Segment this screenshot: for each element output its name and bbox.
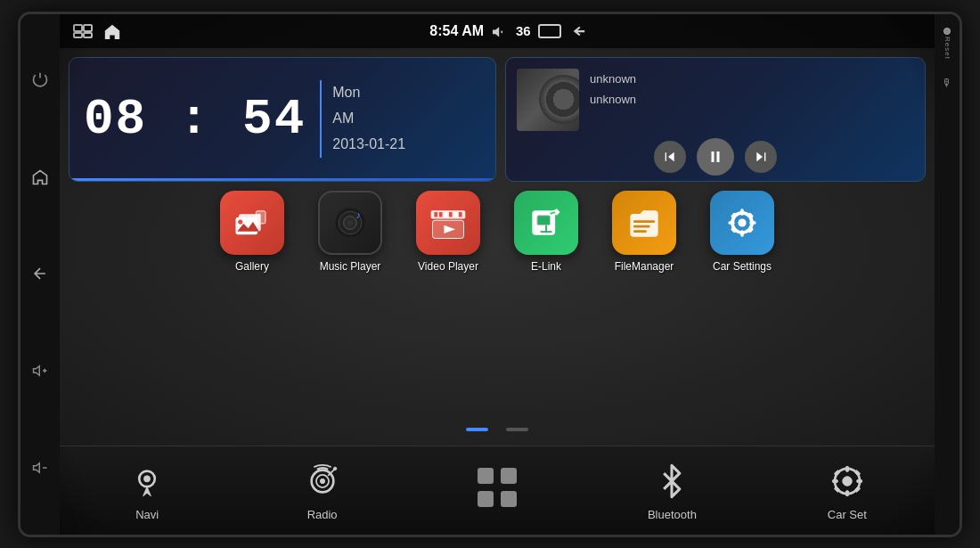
apps-row-1: Gallery ♪ Musi	[212, 191, 782, 273]
svg-rect-38	[537, 215, 551, 225]
bottom-nav-bar: Navi Radio	[60, 446, 935, 535]
track-title: unknown	[590, 69, 914, 89]
status-time: 8:54 AM	[429, 23, 484, 39]
gallery-icon-svg	[233, 203, 272, 242]
volume-level: 36	[516, 23, 531, 38]
page-dot-2	[506, 428, 528, 431]
svg-marker-3	[34, 463, 40, 473]
video-player-icon-svg	[428, 202, 469, 243]
status-left-icons	[72, 22, 122, 40]
svg-rect-50	[749, 221, 755, 225]
svg-rect-73	[854, 470, 861, 476]
home-status-icon[interactable]	[102, 22, 122, 40]
svg-rect-68	[845, 466, 849, 471]
right-side-buttons: Reset 🎙	[935, 14, 960, 535]
svg-rect-29	[434, 212, 437, 217]
svg-rect-31	[444, 212, 447, 217]
svg-rect-44	[633, 230, 647, 233]
svg-rect-32	[449, 212, 453, 217]
status-time-area: 8:54 AM 36	[429, 23, 587, 39]
svg-rect-48	[740, 230, 744, 236]
music-info: unknown unknown	[590, 69, 914, 110]
navi-icon	[126, 460, 168, 503]
main-screen: 8:54 AM 36 08 : 54	[60, 14, 935, 535]
svg-rect-21	[256, 210, 265, 223]
app-elink[interactable]: E-Link	[506, 191, 586, 273]
left-side-buttons	[20, 14, 60, 535]
clock-widget: 08 : 54 Mon AM 2013-01-21	[69, 57, 496, 182]
app-file-manager[interactable]: FileManager	[604, 191, 684, 273]
file-manager-icon-svg	[624, 202, 665, 243]
nav-item-bluetooth[interactable]: Bluetooth	[584, 460, 759, 521]
music-player-icon: ♪	[318, 191, 382, 255]
svg-rect-8	[84, 33, 92, 37]
bluetooth-icon	[650, 460, 693, 503]
recent-windows-icon[interactable]	[72, 23, 94, 39]
app-music-player[interactable]: ♪ Music Player	[310, 191, 390, 273]
svg-point-56	[144, 475, 151, 481]
svg-rect-7	[74, 33, 82, 37]
app-car-settings[interactable]: Car Settings	[702, 191, 782, 273]
radio-icon	[301, 460, 344, 503]
elink-label: E-Link	[531, 260, 561, 273]
next-button[interactable]	[745, 141, 777, 173]
svg-point-26	[347, 220, 353, 225]
nav-item-navi[interactable]: Navi	[60, 460, 234, 521]
page-indicator	[69, 428, 926, 431]
volume-status-icon	[491, 24, 509, 38]
track-artist: unknown	[590, 89, 914, 110]
reset-button[interactable]	[943, 28, 951, 35]
app-gallery[interactable]: Gallery	[212, 191, 292, 273]
reset-button-area[interactable]: Reset	[943, 28, 951, 60]
device-frame: 8:54 AM 36 08 : 54	[18, 12, 962, 537]
nav-item-radio[interactable]: Radio	[234, 460, 409, 521]
svg-rect-71	[856, 479, 862, 483]
home-grid-icon	[472, 462, 522, 512]
music-player-label: Music Player	[320, 260, 381, 273]
volume-up-button[interactable]	[28, 358, 53, 383]
car-settings-icon-svg	[722, 202, 763, 243]
gallery-label: Gallery	[235, 260, 269, 273]
svg-rect-65	[501, 491, 517, 507]
svg-point-46	[738, 218, 746, 226]
clock-date: 2013-01-21	[332, 132, 405, 158]
video-player-icon	[416, 191, 480, 255]
file-manager-label: FileManager	[615, 260, 674, 273]
svg-point-19	[238, 219, 242, 224]
volume-down-button[interactable]	[28, 455, 53, 480]
home-grid-icon-svg	[472, 462, 522, 512]
clock-time-display: 08 : 54	[84, 91, 306, 148]
svg-marker-9	[493, 27, 499, 37]
svg-rect-51	[731, 212, 737, 218]
svg-rect-14	[717, 151, 720, 162]
svg-marker-15	[756, 151, 763, 161]
nav-item-car-set[interactable]: Car Set	[760, 460, 935, 521]
car-set-icon	[826, 460, 869, 503]
svg-rect-42	[633, 220, 655, 223]
app-video-player[interactable]: Video Player	[408, 191, 488, 273]
back-side-button[interactable]	[28, 261, 53, 286]
elink-icon	[514, 191, 578, 255]
car-set-icon-svg	[828, 462, 867, 501]
svg-rect-49	[728, 221, 734, 225]
power-button[interactable]	[28, 68, 53, 93]
navi-label: Navi	[135, 508, 159, 521]
clock-details: Mon AM 2013-01-21	[320, 80, 405, 157]
prev-button[interactable]	[654, 141, 686, 173]
home-side-button[interactable]	[28, 165, 53, 190]
svg-rect-10	[539, 25, 560, 37]
back-status-icon[interactable]	[568, 23, 588, 39]
nav-item-home[interactable]	[410, 462, 584, 518]
svg-rect-6	[84, 25, 92, 31]
page-dot-1	[466, 428, 488, 431]
clock-day: Mon	[332, 80, 405, 106]
music-controls	[517, 138, 914, 176]
svg-rect-70	[832, 479, 837, 483]
svg-rect-5	[74, 25, 82, 31]
svg-point-67	[843, 476, 853, 486]
play-pause-button[interactable]	[697, 138, 734, 176]
svg-rect-33	[453, 212, 457, 217]
svg-rect-63	[501, 468, 517, 484]
apps-grid: Gallery ♪ Musi	[69, 191, 926, 422]
svg-rect-13	[712, 151, 715, 162]
